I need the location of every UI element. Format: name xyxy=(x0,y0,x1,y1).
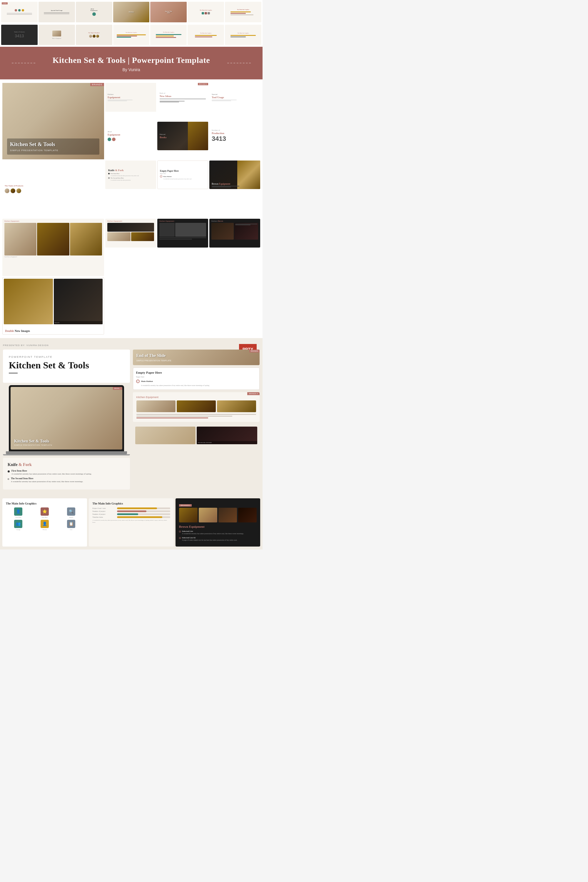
preview-thumb-r2-1[interactable]: Number of Production 3413 xyxy=(1,25,38,45)
slide-card-kitchen-eq-grid1[interactable]: Kitchen Equipment Used Tools of Equipmen… xyxy=(2,219,104,276)
production-number: 3413 xyxy=(212,135,226,142)
icon-item-2: ⭐ Item Here xyxy=(32,507,57,518)
group-icon: 👥 xyxy=(14,520,22,528)
info-graphics-panel-2: The Main Info Graphics Project Goal 1 te… xyxy=(89,498,174,546)
slide-card-triple-products[interactable]: The Triple of Products xyxy=(2,160,104,218)
empty-paper-sub: Type Owl xyxy=(136,376,256,378)
empty-paper-block: Empty Paper Here Type Owl ✓ Main Habitat… xyxy=(133,368,260,390)
slide-card-kitchen-eq-grid2[interactable]: Kitchen Equipment xyxy=(105,219,156,247)
slide-card-new-ideas[interactable]: BRANDS Both of New Ideas xyxy=(157,83,208,111)
end-slide-title: End of The Slide xyxy=(136,353,256,358)
kitchen-eq-right-block: BRANDS 4 Kitchen Equipment xyxy=(133,392,260,422)
icon-item-1: 👤 User Here xyxy=(6,507,31,518)
icon-item-5: 👤 Person xyxy=(32,520,57,531)
laptop-mockup: BRAN... Kitchen Set & Tools SIMPLE PRESE… xyxy=(3,385,130,455)
icon-item-6: 📋 List xyxy=(59,520,84,531)
knife-fork-block: Knife & Fork First Item Here A wonderful… xyxy=(3,458,130,489)
slide-card-knife-fork[interactable]: Knife & Fork First Item Here A wonderful… xyxy=(105,160,156,189)
preview-thumb-r2-4[interactable]: The Main Info Graphics xyxy=(113,25,150,45)
preview-thumb-r2-7[interactable]: The Main Info Graphics xyxy=(225,25,261,45)
info-graphics-panel-1: The Main Info Graphics 👤 User Here ⭐ Ite… xyxy=(2,498,87,546)
preview-thumb-r2-6[interactable]: The Main Info Graphics xyxy=(188,25,224,45)
person-icon: 👤 xyxy=(40,520,49,528)
preview-thumb-7[interactable]: The Main Info Graphics xyxy=(225,2,261,22)
icon-item-3: 🔍 Search xyxy=(59,507,84,518)
slide-card-kitchen-eq-dark[interactable]: Kitchen Equipment xyxy=(157,219,208,247)
slide-card-production-num[interactable]: Number of Production 3413 xyxy=(209,122,260,150)
brown-equipment-panel: BRANDS Brown Equipment Selected List A w… xyxy=(176,498,260,546)
ep-check-icon: ✓ xyxy=(136,380,140,383)
preview-thumb-r2-3[interactable]: The Triple of Products xyxy=(76,25,112,45)
hero-slide-card[interactable]: BRANDS Kitchen Set & Tools SIMPLE PRESEN… xyxy=(2,83,104,159)
end-slide-sub: SIMPLE PRESENTATION TEMPLATE xyxy=(136,360,256,362)
empty-paper-title: Empty Paper Here xyxy=(136,371,256,374)
brown-eq-item-1: Selected List A wonderful serenity has t… xyxy=(179,530,256,535)
bottom-info-section: The Main Info Graphics 👤 User Here ⭐ Ite… xyxy=(0,495,262,549)
brands-badge: BRANDS xyxy=(90,83,104,86)
laptop-brands-tag: BRAN... xyxy=(113,387,122,390)
preview-thumb-r2-5[interactable]: The Main Info Graphics xyxy=(150,25,187,45)
brands-badge-right: BRANDS 4 xyxy=(247,392,260,395)
search-icon: 🔍 xyxy=(67,507,75,516)
preview-thumb-2[interactable]: Special Tool Usage xyxy=(39,2,75,22)
icon-grid: 👤 User Here ⭐ Item Here 🔍 Search 👥 Group… xyxy=(6,507,84,531)
slide-card-tool-usage[interactable]: Special Tool Usage xyxy=(209,83,260,111)
top-preview-strip-row1: SLIDES Special Tool Usage All ofEquipmen… xyxy=(0,0,262,24)
preview-thumb-5[interactable]: End of TheSlide xyxy=(150,2,187,22)
list-icon: 📋 xyxy=(67,520,75,528)
main-product-title: Kitchen Set & Tools xyxy=(9,360,124,370)
big-title-block: POWERPOINT TEMPLATE Kitchen Set & Tools xyxy=(3,350,130,383)
product-subtitle: By Vunira xyxy=(6,68,256,72)
mockup-section: PRESENTED BY: VUNIRA DESIGN PPTX POWERPO… xyxy=(0,338,262,495)
icon-item-4: 👥 Group xyxy=(6,520,31,531)
star-icon: ⭐ xyxy=(40,507,49,516)
end-slide-badge: BRANDS xyxy=(249,350,260,352)
preview-thumb-r2-2[interactable]: Both of Equipment xyxy=(39,25,75,45)
preview-thumb-6[interactable]: The Main Info Graphics xyxy=(188,2,224,22)
new-idea-pictures: THE NEW IDEA PICTURES xyxy=(133,424,260,447)
hero-title: Kitchen Set & Tools xyxy=(10,141,96,148)
title-banner: Kitchen Set & Tools | Powerpoint Templat… xyxy=(0,47,262,80)
hero-subtitle: SIMPLE PRESENTATION TEMPLATE xyxy=(10,149,96,152)
powerpoint-label: POWERPOINT TEMPLATE xyxy=(9,356,124,358)
preview-thumb-3[interactable]: All ofEquipment xyxy=(76,2,112,22)
laptop-screen-title: Kitchen Set & Tools xyxy=(14,439,119,444)
main-grid-section: BRANDS Kitchen Set & Tools SIMPLE PRESEN… xyxy=(0,80,262,338)
preview-thumb-4[interactable]: Kitchen xyxy=(113,2,150,22)
slide-card-double-images[interactable]: Picture 02 Double New Images xyxy=(2,277,104,334)
user-icon-1: 👤 xyxy=(14,507,22,516)
top-preview-strip-row2: Number of Production 3413 Both of Equipm… xyxy=(0,24,262,47)
slide-card-all-equipment[interactable]: All of Equipment xyxy=(105,122,156,150)
presented-by-label: PRESENTED BY: VUNIRA DESIGN xyxy=(3,344,260,346)
slide-card-brown-equipment[interactable]: Brown Equipment xyxy=(209,160,260,189)
slide-card-kitchen-eq[interactable]: Kitchen Equipment xyxy=(105,83,156,111)
slide-card-empty-paper[interactable]: Empty Paper Here Type Owl ✓ Main Habitat… xyxy=(157,160,208,189)
end-slide-block: BRANDS End of The Slide SIMPLE PRESENTAT… xyxy=(133,350,260,365)
kitchen-eq-right-title: Kitchen Equipment xyxy=(136,396,256,399)
slide-card-manual-books[interactable]: Manual Books xyxy=(157,122,208,150)
brown-eq-item-2: Selected List 02 A page of some simple t… xyxy=(179,537,256,542)
product-title: Kitchen Set & Tools | Powerpoint Templat… xyxy=(6,56,256,65)
slide-card-kitchen-blends[interactable]: Kitchen Blends xyxy=(209,219,260,247)
preview-thumb-1[interactable]: SLIDES xyxy=(1,2,38,22)
brands-tag-bottom: BRANDS xyxy=(179,504,192,507)
laptop-screen-sub: SIMPLE PRESENTATION TEMPLATE xyxy=(14,444,119,446)
